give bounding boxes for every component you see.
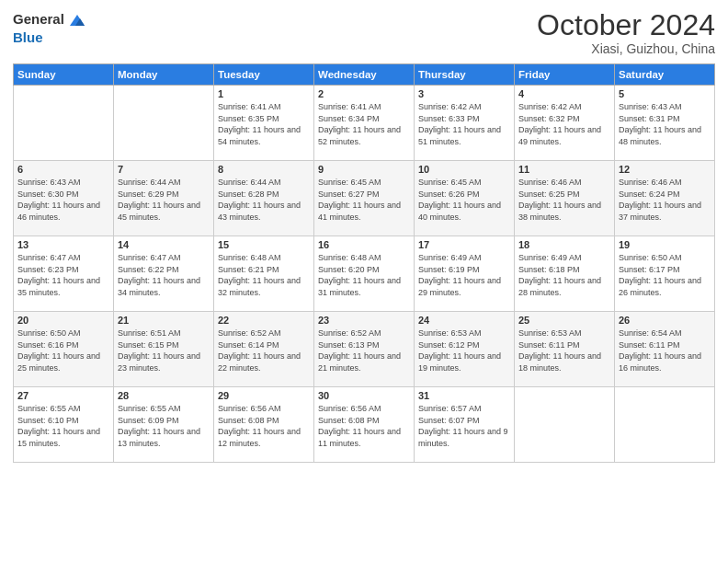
day-info: Sunrise: 6:45 AM Sunset: 6:26 PM Dayligh… [418, 177, 510, 223]
header-sunday: Sunday [14, 64, 114, 86]
table-row [515, 387, 615, 463]
day-info: Sunrise: 6:41 AM Sunset: 6:35 PM Dayligh… [218, 101, 310, 147]
calendar-week-row: 27Sunrise: 6:55 AM Sunset: 6:10 PM Dayli… [14, 387, 715, 463]
header-wednesday: Wednesday [314, 64, 415, 86]
table-row: 19Sunrise: 6:50 AM Sunset: 6:17 PM Dayli… [615, 236, 715, 312]
table-row: 24Sunrise: 6:53 AM Sunset: 6:12 PM Dayli… [415, 312, 515, 387]
day-number: 28 [118, 390, 210, 401]
day-number: 9 [318, 164, 410, 175]
table-row: 2Sunrise: 6:41 AM Sunset: 6:34 PM Daylig… [314, 86, 415, 161]
table-row: 28Sunrise: 6:55 AM Sunset: 6:09 PM Dayli… [114, 387, 214, 463]
table-row: 14Sunrise: 6:47 AM Sunset: 6:22 PM Dayli… [114, 236, 214, 312]
day-info: Sunrise: 6:43 AM Sunset: 6:30 PM Dayligh… [17, 177, 109, 223]
day-number: 11 [518, 164, 610, 175]
title-block: October 2024 Xiasi, Guizhou, China [537, 9, 715, 56]
table-row: 18Sunrise: 6:49 AM Sunset: 6:18 PM Dayli… [515, 236, 615, 312]
table-row: 15Sunrise: 6:48 AM Sunset: 6:21 PM Dayli… [214, 236, 314, 312]
day-number: 14 [118, 239, 210, 250]
header-saturday: Saturday [615, 64, 715, 86]
table-row: 8Sunrise: 6:44 AM Sunset: 6:28 PM Daylig… [214, 161, 314, 236]
day-number: 29 [218, 390, 310, 401]
table-row: 25Sunrise: 6:53 AM Sunset: 6:11 PM Dayli… [515, 312, 615, 387]
table-row: 1Sunrise: 6:41 AM Sunset: 6:35 PM Daylig… [214, 86, 314, 161]
calendar-week-row: 13Sunrise: 6:47 AM Sunset: 6:23 PM Dayli… [14, 236, 715, 312]
day-number: 5 [619, 88, 711, 99]
day-info: Sunrise: 6:53 AM Sunset: 6:12 PM Dayligh… [418, 327, 510, 373]
calendar-week-row: 1Sunrise: 6:41 AM Sunset: 6:35 PM Daylig… [14, 86, 715, 161]
day-info: Sunrise: 6:46 AM Sunset: 6:24 PM Dayligh… [619, 177, 711, 223]
table-row: 4Sunrise: 6:42 AM Sunset: 6:32 PM Daylig… [515, 86, 615, 161]
table-row: 29Sunrise: 6:56 AM Sunset: 6:08 PM Dayli… [214, 387, 314, 463]
day-info: Sunrise: 6:51 AM Sunset: 6:15 PM Dayligh… [118, 327, 210, 373]
day-info: Sunrise: 6:50 AM Sunset: 6:16 PM Dayligh… [17, 327, 109, 373]
table-row: 22Sunrise: 6:52 AM Sunset: 6:14 PM Dayli… [214, 312, 314, 387]
day-number: 21 [118, 315, 210, 326]
day-info: Sunrise: 6:47 AM Sunset: 6:23 PM Dayligh… [17, 252, 109, 298]
calendar-week-row: 20Sunrise: 6:50 AM Sunset: 6:16 PM Dayli… [14, 312, 715, 387]
table-row [14, 86, 114, 161]
table-row: 12Sunrise: 6:46 AM Sunset: 6:24 PM Dayli… [615, 161, 715, 236]
day-number: 30 [318, 390, 410, 401]
day-number: 26 [619, 315, 711, 326]
day-number: 1 [218, 88, 310, 99]
day-number: 4 [518, 88, 610, 99]
day-info: Sunrise: 6:55 AM Sunset: 6:09 PM Dayligh… [118, 403, 210, 449]
table-row: 9Sunrise: 6:45 AM Sunset: 6:27 PM Daylig… [314, 161, 415, 236]
day-info: Sunrise: 6:53 AM Sunset: 6:11 PM Dayligh… [518, 327, 610, 373]
day-number: 10 [418, 164, 510, 175]
day-number: 22 [218, 315, 310, 326]
day-number: 13 [17, 239, 109, 250]
calendar-page: General Blue October 2024 Xiasi, Guizhou… [0, 0, 728, 563]
table-row: 16Sunrise: 6:48 AM Sunset: 6:20 PM Dayli… [314, 236, 415, 312]
day-number: 8 [218, 164, 310, 175]
header-tuesday: Tuesday [214, 64, 314, 86]
calendar-week-row: 6Sunrise: 6:43 AM Sunset: 6:30 PM Daylig… [14, 161, 715, 236]
logo-blue: Blue [13, 29, 43, 45]
header: General Blue October 2024 Xiasi, Guizhou… [13, 9, 715, 56]
day-number: 19 [619, 239, 711, 250]
header-thursday: Thursday [415, 64, 515, 86]
table-row: 11Sunrise: 6:46 AM Sunset: 6:25 PM Dayli… [515, 161, 615, 236]
day-info: Sunrise: 6:43 AM Sunset: 6:31 PM Dayligh… [619, 101, 711, 147]
day-info: Sunrise: 6:57 AM Sunset: 6:07 PM Dayligh… [418, 403, 510, 449]
table-row: 23Sunrise: 6:52 AM Sunset: 6:13 PM Dayli… [314, 312, 415, 387]
title-location: Xiasi, Guizhou, China [537, 41, 715, 56]
table-row: 21Sunrise: 6:51 AM Sunset: 6:15 PM Dayli… [114, 312, 214, 387]
day-number: 2 [318, 88, 410, 99]
day-info: Sunrise: 6:44 AM Sunset: 6:29 PM Dayligh… [118, 177, 210, 223]
day-info: Sunrise: 6:54 AM Sunset: 6:11 PM Dayligh… [619, 327, 711, 373]
day-info: Sunrise: 6:48 AM Sunset: 6:20 PM Dayligh… [318, 252, 410, 298]
day-info: Sunrise: 6:42 AM Sunset: 6:33 PM Dayligh… [418, 101, 510, 147]
day-info: Sunrise: 6:41 AM Sunset: 6:34 PM Dayligh… [318, 101, 410, 147]
day-number: 17 [418, 239, 510, 250]
day-info: Sunrise: 6:52 AM Sunset: 6:13 PM Dayligh… [318, 327, 410, 373]
day-number: 23 [318, 315, 410, 326]
day-info: Sunrise: 6:45 AM Sunset: 6:27 PM Dayligh… [318, 177, 410, 223]
day-number: 20 [17, 315, 109, 326]
table-row: 17Sunrise: 6:49 AM Sunset: 6:19 PM Dayli… [415, 236, 515, 312]
table-row: 6Sunrise: 6:43 AM Sunset: 6:30 PM Daylig… [14, 161, 114, 236]
day-number: 6 [17, 164, 109, 175]
logo: General Blue [13, 9, 86, 46]
day-info: Sunrise: 6:44 AM Sunset: 6:28 PM Dayligh… [218, 177, 310, 223]
day-number: 27 [17, 390, 109, 401]
day-number: 7 [118, 164, 210, 175]
day-info: Sunrise: 6:48 AM Sunset: 6:21 PM Dayligh… [218, 252, 310, 298]
day-number: 25 [518, 315, 610, 326]
table-row: 31Sunrise: 6:57 AM Sunset: 6:07 PM Dayli… [415, 387, 515, 463]
logo-icon [66, 9, 86, 29]
table-row: 7Sunrise: 6:44 AM Sunset: 6:29 PM Daylig… [114, 161, 214, 236]
table-row: 3Sunrise: 6:42 AM Sunset: 6:33 PM Daylig… [415, 86, 515, 161]
day-info: Sunrise: 6:46 AM Sunset: 6:25 PM Dayligh… [518, 177, 610, 223]
day-number: 31 [418, 390, 510, 401]
day-number: 18 [518, 239, 610, 250]
day-info: Sunrise: 6:49 AM Sunset: 6:18 PM Dayligh… [518, 252, 610, 298]
day-number: 3 [418, 88, 510, 99]
day-number: 24 [418, 315, 510, 326]
table-row: 20Sunrise: 6:50 AM Sunset: 6:16 PM Dayli… [14, 312, 114, 387]
calendar-table: Sunday Monday Tuesday Wednesday Thursday… [13, 63, 715, 463]
day-number: 16 [318, 239, 410, 250]
day-info: Sunrise: 6:47 AM Sunset: 6:22 PM Dayligh… [118, 252, 210, 298]
table-row: 30Sunrise: 6:56 AM Sunset: 6:08 PM Dayli… [314, 387, 415, 463]
logo-general: General [13, 12, 64, 28]
